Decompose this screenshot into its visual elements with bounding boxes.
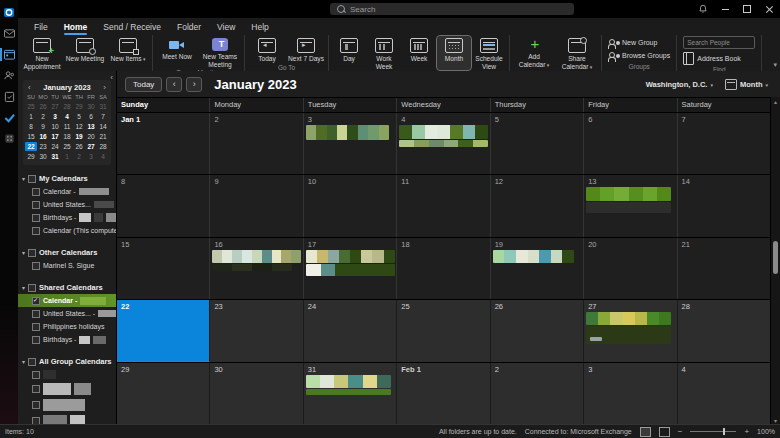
week-button[interactable]: Week [402, 36, 436, 70]
day-cell-3[interactable]: 3 [584, 363, 677, 424]
day-cell-24[interactable]: 24 [304, 300, 397, 361]
chevron-down-icon[interactable] [22, 358, 25, 365]
new-meeting-button[interactable]: New Meeting [64, 36, 106, 70]
next-month-button[interactable] [186, 77, 202, 92]
mini-calendar-day[interactable]: 2 [37, 112, 49, 121]
mini-calendar-day[interactable]: 6 [85, 112, 97, 121]
share-calendar-button[interactable]: Share Calendar [556, 36, 598, 70]
day-cell-27[interactable]: 27 [584, 300, 677, 361]
mini-calendar-day[interactable]: 30 [37, 152, 49, 161]
calendar-event[interactable] [493, 250, 574, 263]
chevron-down-icon[interactable] [22, 249, 25, 256]
zoom-slider-thumb[interactable] [723, 428, 725, 435]
day-cell-8[interactable]: 8 [117, 175, 210, 236]
day-cell-18[interactable]: 18 [397, 238, 490, 299]
menu-tab-home[interactable]: Home [56, 18, 96, 35]
todo-nav-icon[interactable] [0, 107, 18, 128]
calendar-item-redacted[interactable] [18, 368, 116, 381]
calendar-item-redacted[interactable] [18, 397, 116, 413]
day-cell-4[interactable]: 4 [397, 113, 490, 174]
calendar-event[interactable] [212, 250, 301, 263]
day-cell-29[interactable]: 29 [117, 363, 210, 424]
calendar-item-philippines-holidays[interactable]: Philippines holidays [18, 320, 116, 333]
more-apps-icon[interactable] [0, 128, 18, 149]
day-cell-10[interactable]: 10 [304, 175, 397, 236]
scroll-down-icon[interactable] [771, 417, 780, 424]
day-cell-26[interactable]: 26 [491, 300, 584, 361]
search-input[interactable]: Search [330, 3, 574, 15]
work-week-button[interactable]: Work Week [367, 36, 401, 70]
today-button[interactable]: Today [248, 36, 286, 63]
calendar-checkbox[interactable] [32, 371, 40, 379]
day-cell-28[interactable]: 28 [678, 300, 771, 361]
menu-tab-help[interactable]: Help [243, 18, 276, 35]
day-cell-15[interactable]: 15 [117, 238, 210, 299]
tasks-nav-icon[interactable] [0, 86, 18, 107]
mini-calendar-day[interactable]: 16 [37, 132, 49, 141]
mini-calendar-day[interactable]: 29 [25, 152, 37, 161]
layout-reading-icon[interactable] [659, 427, 670, 437]
calendar-item-calendar[interactable]: Calendar - [18, 185, 116, 198]
mini-calendar-day[interactable]: 9 [37, 122, 49, 131]
mini-calendar-day[interactable]: 8 [25, 122, 37, 131]
mini-calendar-day[interactable]: 17 [49, 132, 61, 141]
weather-location-button[interactable]: Washington, D.C. [646, 80, 713, 89]
view-selector-dropdown[interactable]: Month [725, 79, 768, 90]
scroll-up-icon[interactable] [771, 98, 780, 105]
calendar-item-marinel-s-sigue[interactable]: Marinel S. Sigue [18, 259, 116, 272]
mini-calendar-day[interactable]: 26 [37, 102, 49, 111]
mini-calendar-day[interactable]: 23 [37, 142, 49, 151]
collapse-folder-pane-icon[interactable] [110, 73, 113, 82]
mini-calendar-day[interactable]: 30 [85, 102, 97, 111]
mini-calendar-day[interactable]: 10 [49, 122, 61, 131]
calendar-event[interactable] [586, 187, 671, 201]
section-checkbox[interactable] [28, 249, 36, 257]
mini-calendar-day[interactable]: 31 [97, 102, 109, 111]
mini-calendar-day[interactable]: 11 [61, 122, 73, 131]
calendar-nav-icon[interactable] [0, 44, 18, 65]
calendar-checkbox[interactable] [32, 401, 40, 409]
calendar-event[interactable] [399, 140, 488, 147]
calendar-item-redacted[interactable] [18, 381, 116, 397]
calendar-event[interactable] [306, 250, 395, 263]
calendar-checkbox[interactable] [32, 201, 40, 209]
calendar-event[interactable] [306, 375, 391, 388]
calendar-event[interactable] [586, 326, 671, 344]
calendar-checkbox[interactable] [32, 297, 40, 305]
day-cell-22[interactable]: 22 [117, 300, 210, 361]
mini-calendar-day[interactable]: 2 [73, 152, 85, 161]
mini-calendar-day[interactable]: 13 [85, 122, 97, 131]
day-cell-31[interactable]: 31 [304, 363, 397, 424]
calendar-item-united-states[interactable]: United States... - [18, 307, 116, 320]
day-cell-19[interactable]: 19 [491, 238, 584, 299]
mini-calendar-day[interactable]: 7 [97, 112, 109, 121]
mini-calendar-next-icon[interactable] [103, 84, 106, 92]
mini-calendar-prev-icon[interactable] [28, 84, 31, 92]
schedule-view-button[interactable]: Schedule View [472, 36, 506, 70]
mini-calendar-day[interactable]: 20 [85, 132, 97, 141]
mini-calendar-day[interactable]: 18 [61, 132, 73, 141]
mini-calendar-day[interactable]: 3 [85, 152, 97, 161]
zoom-slider[interactable] [690, 431, 736, 432]
menu-tab-file[interactable]: File [26, 18, 56, 35]
calendar-event[interactable] [586, 312, 671, 325]
day-cell-12[interactable]: 12 [491, 175, 584, 236]
mini-calendar-day[interactable]: 22 [25, 142, 37, 151]
calendar-checkbox[interactable] [32, 214, 40, 222]
today-button[interactable]: Today [125, 77, 162, 92]
calendar-item-united-states[interactable]: United States... [18, 198, 116, 211]
day-cell-9[interactable]: 9 [210, 175, 303, 236]
vertical-scrollbar[interactable] [770, 97, 780, 425]
calendar-checkbox[interactable] [32, 323, 40, 331]
search-people-input[interactable]: Search People [683, 36, 755, 49]
mini-calendar-day[interactable]: 25 [25, 102, 37, 111]
section-header-my-calendars[interactable]: My Calendars [18, 172, 116, 185]
menu-tab-send-receive[interactable]: Send / Receive [95, 18, 169, 35]
section-checkbox[interactable] [28, 175, 36, 183]
new-appointment-button[interactable]: New Appointment [21, 36, 63, 70]
section-header-shared-calendars[interactable]: Shared Calendars [18, 281, 116, 294]
address-book-button[interactable]: Address Book [683, 52, 755, 65]
day-cell-30[interactable]: 30 [210, 363, 303, 424]
day-cell-jan-1[interactable]: Jan 1 [117, 113, 210, 174]
scrollbar-thumb[interactable] [773, 241, 778, 274]
